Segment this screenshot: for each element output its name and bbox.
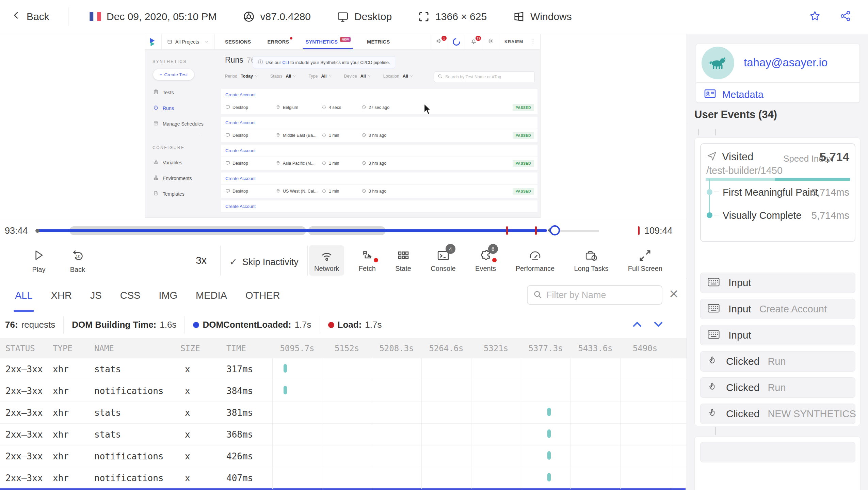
run-row[interactable]: Desktop Belgium 4 secs 27 sec ago PASSED — [221, 101, 537, 114]
run-row[interactable]: Desktop Middle East (Ba... 1 min 3 hrs a… — [221, 129, 537, 142]
panel-toggle-performance[interactable]: Performance — [511, 245, 560, 276]
chevron-left-icon — [12, 11, 21, 22]
network-tab-other[interactable]: OTHER — [245, 279, 280, 312]
timeline-track[interactable] — [37, 218, 640, 243]
panel-toggle-events[interactable]: 6 Events — [470, 245, 501, 276]
filter-type[interactable]: Type All — [308, 74, 332, 79]
progress-line — [37, 229, 547, 232]
announcements-button[interactable]: 1 — [431, 34, 448, 49]
network-tab-css[interactable]: CSS — [120, 279, 141, 312]
settings-button[interactable] — [482, 34, 499, 49]
visited-event-card[interactable]: Visited Speed Index 5,714 /test-builder/… — [700, 143, 855, 242]
app-tab-sessions[interactable]: SESSIONS — [225, 34, 251, 49]
panel-toggle-fetch[interactable]: Fetch — [354, 245, 381, 276]
network-request-row[interactable]: 2xx–3xx xhr notifications x 407ms — [0, 467, 687, 489]
topbar-actions — [809, 10, 852, 23]
count-badge: 6 — [488, 244, 498, 254]
network-request-row[interactable]: 2xx–3xx xhr notifications x 384ms — [0, 380, 687, 402]
cli-link[interactable]: CLI — [282, 60, 289, 65]
panel-toggle-long-tasks[interactable]: Long Tasks — [569, 245, 614, 276]
panel-toggle-full-screen[interactable]: Full Screen — [623, 245, 668, 276]
favorite-button[interactable] — [809, 10, 821, 23]
panel-toggle-network[interactable]: Network — [309, 245, 344, 276]
panel-toggle-console[interactable]: 4 Console — [425, 245, 461, 276]
column-header[interactable]: STATUS — [5, 344, 35, 353]
playback-speed[interactable]: 3x — [189, 255, 213, 266]
sidebar-item-environments[interactable]: Environments — [153, 175, 205, 181]
run-row[interactable]: Desktop US West (N. Cal... 1 min 3 hrs a… — [221, 185, 537, 198]
jump-controls — [631, 318, 664, 331]
run-test-name-link[interactable]: Create Account — [221, 200, 537, 213]
user-event-click[interactable]: Clicked NEW SYNTHETICS — [700, 404, 855, 424]
filter-location[interactable]: Location All — [383, 74, 413, 79]
issue-marker[interactable] — [535, 226, 537, 235]
run-test-name-link[interactable]: Create Account — [221, 173, 537, 185]
network-tab-xhr[interactable]: XHR — [51, 279, 72, 312]
run-group: Create Account Desktop US West (N. Cal..… — [221, 173, 537, 198]
jump-up-button[interactable] — [631, 318, 643, 331]
column-header[interactable]: TIME — [226, 344, 246, 353]
jump-down-button[interactable] — [653, 318, 664, 331]
back-button[interactable]: Back — [12, 11, 63, 22]
network-tab-media[interactable]: MEDIA — [196, 279, 227, 312]
network-request-row[interactable]: 2xx–3xx xhr stats x 317ms — [0, 358, 687, 380]
run-test-name-link[interactable]: Create Account — [221, 89, 537, 101]
network-request-row[interactable]: 2xx–3xx xhr stats x 368ms — [0, 424, 687, 445]
kebab-menu[interactable]: ⋮ — [528, 38, 540, 45]
network-filter-box[interactable] — [527, 285, 662, 305]
column-header[interactable]: NAME — [94, 344, 114, 353]
create-test-button[interactable]: +Create Test — [153, 69, 194, 80]
network-request-row[interactable]: 2xx–3xx xhr notifications x 426ms — [0, 445, 687, 467]
skip-inactivity-toggle[interactable]: ✓ Skip Inactivity — [229, 257, 299, 267]
notifications-button[interactable]: 33 — [465, 34, 482, 49]
user-event-input[interactable]: Input — [700, 273, 855, 293]
sidebar-item-templates[interactable]: Templates — [153, 191, 205, 197]
test-search-box[interactable] — [434, 71, 535, 82]
column-header[interactable]: TYPE — [53, 344, 73, 353]
network-tab-all[interactable]: ALL — [15, 279, 33, 312]
time-column-header: 5490s — [620, 344, 670, 353]
project-selector[interactable]: All Projects — [161, 34, 215, 49]
run-group: Create Account Desktop Belgium 4 secs 27… — [221, 89, 537, 114]
column-header[interactable]: SIZE — [180, 344, 200, 353]
runs-filters: Period Today Status All Type All Device … — [225, 74, 413, 79]
filter-device[interactable]: Device All — [344, 74, 371, 79]
user-event-input[interactable]: Input Create Account — [700, 299, 855, 319]
share-button[interactable] — [839, 10, 852, 23]
back-10s-button[interactable]: 10 Back — [66, 248, 89, 274]
run-row[interactable]: Desktop Asia Pacific (M... 1 min 3 hrs a… — [221, 157, 537, 170]
network-tab-js[interactable]: JS — [90, 279, 102, 312]
playhead-handle[interactable] — [550, 225, 560, 235]
issue-marker[interactable] — [506, 226, 508, 235]
run-test-name-link[interactable]: Create Account — [221, 145, 537, 157]
visited-url: /test-builder/1450 — [706, 165, 783, 176]
plus-icon: + — [160, 72, 162, 77]
filter-status[interactable]: Status All — [270, 74, 296, 79]
network-request-row[interactable]: 2xx–3xx xhr stats x 381ms — [0, 402, 687, 424]
user-event-input[interactable]: Input — [700, 325, 855, 345]
sidebar-item-variables[interactable]: Variables — [153, 159, 205, 166]
network-table-header: STATUSTYPENAMESIZETIME5095.7s5152s5208.3… — [0, 338, 687, 358]
network-filter-bar: ALLXHRJSCSSIMGMEDIAOTHER × — [0, 279, 687, 312]
filter-period[interactable]: Period Today — [225, 74, 258, 79]
issue-marker[interactable] — [638, 226, 640, 235]
sidebar-item-tests[interactable]: Tests — [153, 89, 205, 96]
user-event-click[interactable]: Clicked Run — [700, 351, 855, 372]
sidebar-item-manage-schedules[interactable]: Manage Schedules — [153, 120, 205, 127]
test-search-input[interactable] — [445, 75, 531, 79]
user-email-link[interactable]: tahay@asayer.io — [744, 56, 827, 69]
network-tab-img[interactable]: IMG — [159, 279, 177, 312]
app-tab-synthetics[interactable]: SYNTHETICS NEW — [305, 34, 351, 49]
run-test-name-link[interactable]: Create Account — [221, 117, 537, 129]
user-event-click[interactable]: Clicked Run — [700, 377, 855, 398]
play-button[interactable]: Play — [28, 248, 50, 274]
app-tab-errors[interactable]: ERRORS — [268, 34, 289, 49]
metadata-button[interactable]: Metadata — [704, 87, 763, 102]
app-tab-metrics[interactable]: METRICS — [367, 34, 390, 49]
session-meta-browser-version: v87.0.4280 — [243, 11, 311, 23]
panel-toggle-state[interactable]: State — [390, 245, 416, 276]
user-menu[interactable]: KRAIEM — [499, 34, 528, 49]
close-panel-button[interactable]: × — [669, 284, 678, 303]
sidebar-item-runs[interactable]: Runs — [153, 105, 205, 111]
network-filter-input[interactable] — [546, 290, 656, 300]
